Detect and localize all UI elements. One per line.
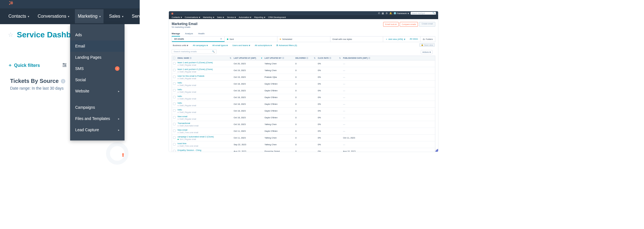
row-checkbox[interactable] [173,130,176,132]
nav-crm-dev[interactable]: CRM Development [268,16,286,19]
nav-sales[interactable]: Sales▾ [217,16,224,19]
search-emails-input[interactable]: Search marketing emails 🔍 [172,49,217,54]
folders-button[interactable]: 🗀Folders [420,37,435,42]
tab-manage[interactable]: Manage [172,31,180,37]
filter-sliders-icon[interactable] [62,63,67,68]
table-row[interactable]: team 1 and yochen+2 (Clone) (Clone)Draft… [172,67,435,74]
close-icon[interactable]: ✕ [220,38,222,40]
row-checkbox[interactable] [173,103,176,105]
row-checkbox[interactable] [173,123,176,125]
dd-files-templates[interactable]: Files and Templates▸ [70,113,125,124]
tab-health[interactable]: Health [198,31,204,36]
create-email-button[interactable]: Create email [419,22,435,27]
dd-email[interactable]: Email [70,40,125,52]
hubspot-logo-icon[interactable]: ◉ [171,12,174,15]
select-all-checkbox[interactable] [173,57,175,59]
table-row[interactable]: New emailDraft | Time zone emailOct 11, … [172,128,435,135]
table-row[interactable]: helloDraft | Regular emailOct 18, 2023Ga… [172,81,435,87]
view-row-styles[interactable]: Email with row styles [330,37,383,42]
favorite-star-icon[interactable]: ☆ [8,31,13,38]
row-checkbox[interactable] [173,89,176,92]
nav-contacts[interactable]: Contacts▾ [172,16,182,19]
col-publish-date[interactable]: Publish/Send date (GMT) [342,57,376,59]
global-search-input[interactable]: Search HubSpot🔍 [411,12,436,15]
email-name-link[interactable]: hello [178,102,182,104]
nav-reporting[interactable]: Reporting▾ [254,16,265,19]
email-name-link[interactable]: Transactional [178,122,190,124]
email-name-link[interactable]: team 1 and yochen+2 (Clone) (Clone) [178,61,213,64]
col-click-rate[interactable]: Click rate⇅ [317,57,342,59]
filter-subscriptions[interactable]: All subscriptions▾ [255,44,272,47]
table-row[interactable]: Empathy Session - ChingSent | Regular em… [172,148,435,152]
calendar-icon[interactable]: ▦ [382,12,384,15]
col-email-name[interactable]: Email name⇅ [176,57,233,59]
bell-icon[interactable]: 🔔 [389,12,392,15]
table-row[interactable]: campaign 2 automated email 2 (Clone)Sent… [172,135,435,141]
view-scheduled[interactable]: Scheduled [277,37,330,42]
email-name-link[interactable]: hello [178,95,182,98]
view-all-emails[interactable]: All emails✕ [172,37,225,42]
nav-sales[interactable]: Sales▾ [109,14,123,19]
dd-landing-pages[interactable]: Landing Pages [70,52,125,63]
gear-icon[interactable]: ⚙ [386,12,388,15]
nav-marketing[interactable]: Marketing▾ [203,16,214,19]
view-sent[interactable]: Sent [225,37,277,42]
email-name-link[interactable]: campaign 2 automated email 2 (Clone) [178,135,214,138]
row-checkbox[interactable] [173,62,176,65]
all-views-link[interactable]: All views [408,37,420,42]
email-name-link[interactable]: local time [178,142,187,145]
email-name-link[interactable]: team 1 and yochen+2 (Clone) (Clone) [178,68,213,71]
actions-menu[interactable]: Actions▾ [421,50,433,54]
email-name-link[interactable]: hello [178,88,182,91]
dd-ads[interactable]: Ads [70,29,125,40]
filter-campaigns[interactable]: All campaigns▾ [193,44,208,47]
table-row[interactable]: helloDraft | Regular emailOct 18, 2023Ga… [172,101,435,108]
filter-advanced[interactable]: ⊞Advanced filters (0) [276,44,297,47]
email-name-link[interactable]: hello [178,108,182,111]
row-checkbox[interactable] [173,109,176,112]
tab-analyze[interactable]: Analyze [185,31,193,36]
dd-sms[interactable]: SMS↑ [70,63,125,74]
dd-campaigns[interactable]: Campaigns [70,102,125,113]
row-checkbox[interactable] [173,76,176,78]
filter-users-teams[interactable]: Users and teams▾ [232,44,250,47]
col-updated-at[interactable]: Last updated at (GMT)▾ [233,57,263,59]
nav-contacts[interactable]: Contacts▾ [8,14,29,19]
email-tools-button[interactable]: Email tools▾ [383,22,399,27]
nav-marketing[interactable]: Marketing▾ [75,9,103,23]
table-row[interactable]: team 1 and yochen+2 (Clone) (Clone)Draft… [172,60,435,67]
table-row[interactable]: New emailDraft | Regular emailOct 18, 20… [172,114,435,121]
table-row[interactable]: helloDraft | Regular emailOct 18, 2023Ga… [172,108,435,114]
dd-lead-capture[interactable]: Lead Capture▸ [70,124,125,135]
col-delivered[interactable]: Delivered⇅ [294,57,317,59]
email-name-link[interactable]: User for this email is Prateek [178,75,204,77]
table-row[interactable]: local timeDraft | Time zone emailSep 22,… [172,141,435,148]
filter-business-units[interactable]: Business units▾ [173,44,188,47]
nav-conversations[interactable]: Conversations▾ [185,16,200,19]
row-checkbox[interactable] [173,82,176,85]
row-checkbox[interactable] [173,136,176,139]
account-menu[interactable]: Framework▾ [394,12,409,15]
phone-icon[interactable]: ✆ [378,12,380,15]
col-updated-by[interactable]: Last updated by [263,57,294,59]
row-checkbox[interactable] [173,143,176,146]
email-name-link[interactable]: New email [178,115,187,118]
nav-service[interactable]: Service [132,14,147,19]
nav-conversations[interactable]: Conversations▾ [38,14,69,19]
row-checkbox[interactable] [173,96,176,98]
row-checkbox[interactable] [173,69,176,71]
table-row[interactable]: User for this email is PrateekDraft | Re… [172,74,435,81]
save-view-button[interactable]: 🔒Save view [419,43,435,47]
email-name-link[interactable]: Empathy Session - Ching [178,149,201,151]
nav-service[interactable]: Service▾ [227,16,236,19]
quick-filters-button[interactable]: ＋ Quick filters [8,62,40,68]
email-name-link[interactable]: hello [178,81,182,84]
dd-social[interactable]: Social [70,74,125,85]
nav-automation[interactable]: Automation▾ [239,16,251,19]
row-checkbox[interactable] [173,116,176,119]
add-view-button[interactable]: ＋Add view (4/50)▾ [383,37,408,42]
table-row[interactable]: TransactionalDraft | Automated emailOct … [172,121,435,128]
row-checkbox[interactable] [173,150,176,152]
email-name-link[interactable]: New email [178,129,187,131]
table-row[interactable]: helloDraft | Regular emailOct 18, 2023Ga… [172,87,435,94]
